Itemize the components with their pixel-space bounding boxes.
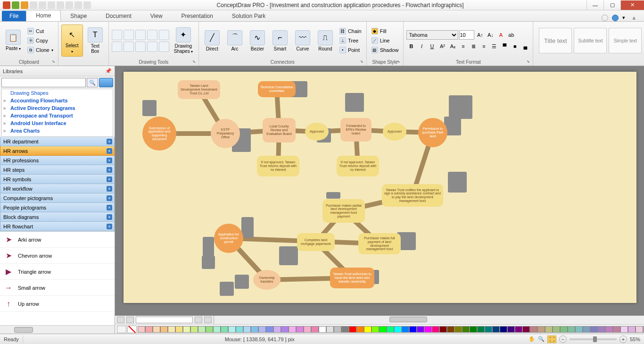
align-center[interactable]: ≣ (469, 42, 478, 51)
close-icon[interactable]: × (107, 205, 112, 210)
arrow-library-item[interactable]: ➤Chevron arrow (0, 248, 115, 264)
color-swatch[interactable] (379, 326, 387, 333)
pin-icon[interactable]: 📌 (105, 68, 112, 74)
color-swatch[interactable] (160, 326, 168, 333)
nocolor-icon[interactable] (127, 326, 137, 333)
color-swatch[interactable] (620, 326, 628, 333)
flowchart-node[interactable]: Approved (305, 123, 329, 141)
library-category[interactable]: People pictograms× (0, 203, 115, 212)
color-swatch[interactable] (341, 326, 349, 333)
color-swatch[interactable] (168, 326, 175, 333)
color-swatch[interactable] (515, 326, 522, 333)
color-swatch[interactable] (243, 326, 251, 333)
increase-font[interactable]: A↑ (475, 30, 485, 40)
paste-button[interactable]: 📋Paste (3, 28, 24, 53)
color-swatch[interactable] (372, 326, 379, 333)
fill-button[interactable]: ◆Fill (370, 27, 401, 35)
connector-arc[interactable]: ⌒Arc (224, 28, 245, 53)
clone-button[interactable]: ⧉Clone ▾ (25, 46, 55, 54)
color-swatch[interactable] (477, 326, 485, 333)
library-category[interactable]: HR department× (0, 137, 115, 146)
library-category[interactable]: HR steps× (0, 165, 115, 175)
color-swatch[interactable] (387, 326, 394, 333)
pictogram[interactable] (203, 237, 214, 258)
close-icon[interactable]: × (107, 186, 112, 192)
close-icon[interactable]: × (107, 139, 112, 144)
font-size-input[interactable] (459, 30, 474, 40)
library-category[interactable]: HR arrows× (0, 146, 115, 156)
close-icon[interactable]: × (107, 167, 112, 173)
color-swatch[interactable] (190, 326, 198, 333)
color-swatch[interactable] (628, 326, 636, 333)
color-swatch[interactable] (462, 326, 470, 333)
color-swatch[interactable] (334, 326, 341, 333)
ribbon-option-3[interactable]: ▾ (622, 15, 629, 21)
textstyle-title[interactable]: Title text (539, 28, 572, 53)
libtree-item[interactable]: Active Directory Diagrams (2, 104, 113, 112)
color-swatch[interactable] (228, 326, 236, 333)
maximize-button[interactable]: ▢ (603, 0, 620, 10)
arrow-library-item[interactable]: ➤Arki arrow (0, 232, 115, 248)
color-swatch[interactable] (409, 326, 417, 333)
color-swatch[interactable] (183, 326, 190, 333)
color-swatch[interactable] (545, 326, 553, 333)
color-swatch[interactable] (470, 326, 477, 333)
color-swatch[interactable] (213, 326, 221, 333)
tab-presentation[interactable]: Presentation (172, 11, 223, 21)
pictogram[interactable] (448, 172, 467, 193)
tab-view[interactable]: View (141, 11, 172, 21)
flowchart-node[interactable]: Taiwan Trust authorizes to issue the lan… (330, 268, 374, 288)
canvas-hscroll[interactable] (214, 316, 644, 324)
cut-button[interactable]: ✂Cut (25, 27, 55, 35)
arrow-library-item[interactable]: ▶Triangle arrow (0, 264, 115, 280)
italic-button[interactable]: I (417, 42, 426, 51)
hand-tool-icon[interactable]: ✋ (528, 336, 535, 342)
qat-btn-4[interactable] (30, 1, 37, 9)
copy-button[interactable]: ⎘Copy (25, 36, 55, 45)
view-toggle-button[interactable] (99, 78, 113, 87)
flowchart-node[interactable]: Local County Review and Evaluation Board (263, 118, 296, 143)
help-button[interactable] (612, 15, 619, 21)
drawing-canvas[interactable]: Submission of application and supporting… (115, 66, 644, 316)
connector-point[interactable]: •Point (338, 46, 363, 54)
color-swatch[interactable] (304, 326, 311, 333)
flowchart-node[interactable]: Submission of application and supporting… (142, 117, 176, 151)
libtree-item[interactable]: Area Charts (2, 127, 113, 134)
libtree-item[interactable]: Android User Interface (2, 119, 113, 127)
close-icon[interactable]: × (107, 176, 112, 182)
color-swatch[interactable] (281, 326, 289, 333)
page-prev[interactable] (126, 317, 134, 323)
color-swatch[interactable] (636, 326, 643, 333)
library-tree[interactable]: Drawing ShapesAccounting FlowchartsActiv… (1, 89, 113, 137)
close-icon[interactable]: × (107, 214, 112, 220)
close-icon[interactable]: × (107, 195, 112, 201)
color-swatch[interactable] (273, 326, 281, 333)
color-swatch[interactable] (221, 326, 228, 333)
color-swatch[interactable] (417, 326, 424, 333)
libtree-item[interactable]: Aerospace and Transport (2, 112, 113, 119)
zoom-slider[interactable] (570, 338, 617, 340)
font-family-select[interactable]: Tahoma (406, 30, 458, 40)
connector-direct[interactable]: ╱Direct (202, 28, 223, 53)
flowchart-node[interactable]: ESTP Preparatory Office (211, 119, 240, 148)
tab-document[interactable]: Document (96, 11, 141, 21)
color-swatch[interactable] (349, 326, 356, 333)
flowchart-node[interactable]: If not approved, Taiwan Trust returns de… (337, 156, 379, 176)
tab-solution-park[interactable]: Solution Park (223, 11, 275, 21)
color-swatch[interactable] (424, 326, 432, 333)
connector-curve[interactable]: 〰Curve (292, 28, 313, 53)
page-tab-1[interactable] (136, 317, 193, 323)
textstyle-simple[interactable]: Simple text (609, 28, 642, 53)
close-icon[interactable]: × (107, 158, 112, 163)
flowchart-node[interactable]: Forwarded to EPA's Review board (340, 118, 372, 142)
color-swatch[interactable] (236, 326, 243, 333)
flowchart-node[interactable]: Purchaser makes full payment of land dev… (358, 233, 401, 254)
color-swatch[interactable] (402, 326, 409, 333)
drawing-shapes-button[interactable]: ✦Drawing Shapes (171, 25, 196, 56)
zoom-out-button[interactable]: − (559, 336, 567, 343)
minimize-button[interactable]: — (586, 0, 603, 10)
flowchart-node[interactable]: Technical Consultation committee (258, 81, 296, 97)
page-next[interactable] (195, 317, 202, 323)
color-swatch[interactable] (605, 326, 613, 333)
pictogram[interactable] (449, 95, 472, 119)
